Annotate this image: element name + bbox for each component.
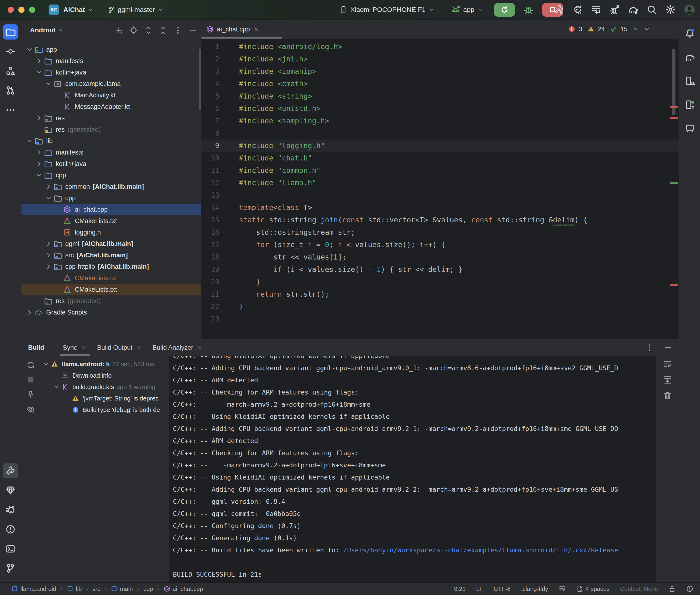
chevron-down-icon[interactable] <box>44 80 53 87</box>
context-indicator[interactable]: Context: None <box>620 586 658 592</box>
close-tab-icon[interactable] <box>253 26 259 32</box>
chevron-down-icon[interactable] <box>34 69 44 76</box>
tree-item-res[interactable]: res <box>22 112 201 124</box>
more-tool-windows-button[interactable] <box>3 103 18 118</box>
zoom-window-button[interactable] <box>29 7 35 13</box>
settings-gear-button[interactable] <box>665 4 676 15</box>
project-scrollbar[interactable] <box>199 49 201 111</box>
build-tree-item[interactable]: Download info <box>40 370 169 381</box>
filter-eye-icon[interactable] <box>26 405 35 414</box>
change-stripe-mark[interactable] <box>670 182 678 184</box>
attach-debugger-button[interactable] <box>610 4 620 15</box>
gradle-tool-button[interactable] <box>682 50 697 65</box>
breadcrumb-item-lib[interactable]: lib <box>67 586 82 592</box>
tree-item-cpp[interactable]: cpp <box>22 192 201 204</box>
run-config-selector[interactable]: app <box>451 5 483 15</box>
build-tab-build-output[interactable]: Build Output <box>92 339 147 356</box>
build-options-button[interactable] <box>645 344 653 352</box>
project-view-selector[interactable]: Android <box>30 26 64 34</box>
tree-item-cmakelists-txt[interactable]: CMakeLists.txt <box>22 215 201 227</box>
pin-icon[interactable] <box>26 390 35 399</box>
breadcrumb-item-src[interactable]: src <box>92 586 100 592</box>
tree-item-common[interactable]: common[AiChat.lib.main] <box>22 181 201 192</box>
tree-item-manifests[interactable]: manifests <box>22 55 201 67</box>
tree-item-res[interactable]: res(generated) <box>22 295 201 307</box>
logcat-tool-button[interactable] <box>3 502 18 517</box>
breadcrumb-item-llama-android[interactable]: llama.android <box>11 586 56 592</box>
chevron-right-icon[interactable] <box>34 57 44 64</box>
tree-item-gradle-scripts[interactable]: Gradle Scripts <box>22 307 201 318</box>
expand-all-button[interactable] <box>144 26 153 34</box>
close-tab-icon[interactable] <box>136 345 142 350</box>
tree-item-logging-h[interactable]: logging.h <box>22 227 201 238</box>
tree-item-cpp-httplib[interactable]: cpp-httplib[AiChat.lib.main] <box>22 261 201 273</box>
problems-tool-button[interactable] <box>3 522 18 537</box>
running-devices-button[interactable] <box>682 97 697 112</box>
indent-size-indicator[interactable]: 4 spaces <box>576 585 610 592</box>
chevron-right-icon[interactable] <box>44 183 53 190</box>
device-selector[interactable]: Xiaomi POCOPHONE F1 <box>339 6 434 14</box>
branch-selector[interactable]: ggml-master <box>108 6 163 13</box>
tree-item-lib[interactable]: lib <box>22 135 201 147</box>
build-tool-button[interactable] <box>3 463 18 478</box>
clear-console-icon[interactable] <box>663 391 672 400</box>
tree-item-res[interactable]: res(generated) <box>22 124 201 135</box>
previous-problem-icon[interactable] <box>632 26 639 32</box>
breadcrumb-item-main[interactable]: main <box>111 586 133 592</box>
chevron-down-icon[interactable] <box>34 172 44 179</box>
chevron-right-icon[interactable] <box>44 252 53 259</box>
tree-item-manifests[interactable]: manifests <box>22 147 201 158</box>
sync-gradle-button[interactable] <box>628 4 639 15</box>
error-stripe-mark[interactable] <box>670 106 678 108</box>
chevron-right-icon[interactable] <box>34 149 44 156</box>
breadcrumb-item-ai-chat-cpp[interactable]: ai_chat.cpp <box>164 586 203 592</box>
indent-settings-button[interactable] <box>559 585 566 592</box>
project-selector[interactable]: AiChat <box>63 6 93 13</box>
build-tab-sync[interactable]: Sync <box>58 339 92 356</box>
tree-item-app[interactable]: app <box>22 44 201 55</box>
rerun-button[interactable] <box>494 3 515 17</box>
build-tree-item[interactable]: build.gradle.kts app 1 warning <box>40 381 169 393</box>
tab-ai-chat-cpp[interactable]: ai_chat.cpp <box>201 20 265 38</box>
error-stripe-mark[interactable] <box>670 117 678 119</box>
user-avatar[interactable] <box>684 4 695 16</box>
tree-item-cmakelists-txt[interactable]: CMakeLists.txt <box>22 284 201 295</box>
add-button[interactable] <box>115 26 123 34</box>
tree-item-cpp[interactable]: cpp <box>22 170 201 181</box>
hide-panel-button[interactable] <box>188 26 197 34</box>
pull-requests-tool-button[interactable] <box>3 83 18 98</box>
notifications-button[interactable] <box>682 26 697 41</box>
chevron-right-icon[interactable] <box>44 263 53 270</box>
build-tab-build-analyzer[interactable]: Build Analyzer <box>147 339 208 356</box>
tree-item-kotlin-java[interactable]: kotlin+java <box>22 67 201 78</box>
chevron-down-icon[interactable] <box>41 361 51 367</box>
error-notification-button[interactable] <box>686 585 693 592</box>
tree-item-src[interactable]: src[AiChat.lib.main] <box>22 250 201 261</box>
code-editor[interactable]: 1#include <android/log.h>2#include <jni.… <box>201 38 679 339</box>
build-tree-item[interactable]: BuildType 'debug' is both de <box>40 404 169 416</box>
line-ending-indicator[interactable]: LF <box>476 586 483 592</box>
inspections-widget[interactable]: 3 24 15 <box>568 23 650 35</box>
chevron-down-icon[interactable] <box>25 46 34 53</box>
app-quality-insights-button[interactable] <box>3 483 18 498</box>
panel-options-button[interactable] <box>174 26 182 34</box>
breadcrumb-item-cpp[interactable]: cpp <box>143 586 153 592</box>
next-problem-icon[interactable] <box>644 26 650 32</box>
resync-button[interactable] <box>26 361 35 369</box>
hide-build-panel-button[interactable] <box>664 344 672 352</box>
gemini-chat-button[interactable] <box>682 121 697 136</box>
tree-item-cmakelists-txt[interactable]: CMakeLists.txt <box>22 273 201 284</box>
build-tree-item[interactable]: llama.android: fi22 sec, 583 ms <box>40 358 169 370</box>
scroll-to-end-icon[interactable] <box>663 375 672 385</box>
tree-item-mainactivity-kt[interactable]: MainActivity.kt <box>22 89 201 101</box>
device-manager-button[interactable] <box>682 73 697 89</box>
error-stripe-mark[interactable] <box>670 284 678 286</box>
apply-code-changes-button[interactable] <box>591 4 601 15</box>
tree-item-com-example-llama[interactable]: com.example.llama <box>22 78 201 89</box>
encoding-indicator[interactable]: UTF-8 <box>494 586 510 592</box>
stop-sync-button[interactable] <box>26 375 35 384</box>
chevron-right-icon[interactable] <box>25 309 34 316</box>
close-tab-icon[interactable] <box>197 345 203 350</box>
apply-changes-button[interactable]: A <box>572 4 583 15</box>
structure-tool-button[interactable] <box>3 63 18 79</box>
